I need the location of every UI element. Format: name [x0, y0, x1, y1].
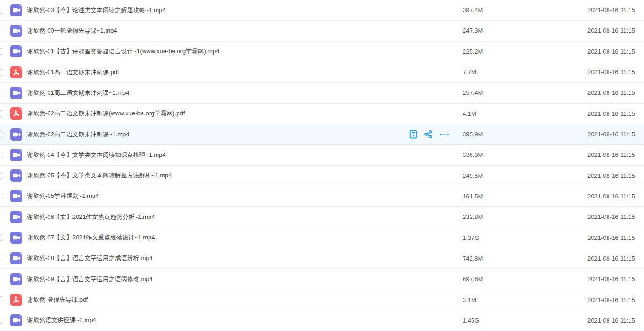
- file-type-icon-slot: [10, 211, 22, 223]
- file-type-icon-slot: [10, 273, 22, 285]
- file-date: 2021-08-16 11:15: [587, 89, 635, 96]
- file-type-icon-slot: [10, 294, 22, 306]
- video-file-icon: [10, 232, 22, 244]
- row-hover-actions: [409, 130, 449, 139]
- file-row[interactable]: 谢欣然-01高二语文期末冲刺课~1.mp4 257.4M 2021-08-16 …: [0, 83, 644, 103]
- pdf-file-icon: [10, 66, 22, 78]
- file-row[interactable]: 谢欣然-01【古】诗歌鉴赏答题语言设计~1(www.xue-ba.org学霸网)…: [0, 42, 644, 62]
- more-actions-button[interactable]: [439, 133, 449, 136]
- row-checkbox[interactable]: [0, 7, 3, 14]
- file-row[interactable]: 谢欣然-04【今】文学类文本阅读知识点梳理~1.mp4 336.3M 2021-…: [0, 145, 644, 165]
- row-checkbox[interactable]: [0, 214, 3, 220]
- file-size: 249.5M: [463, 172, 483, 179]
- file-name[interactable]: 谢欣然-09【言】语言文字运用之语病修改.mp4: [27, 275, 153, 283]
- pdf-file-icon: [10, 107, 22, 120]
- file-type-icon-slot: [10, 232, 22, 244]
- share-icon: [424, 130, 433, 139]
- file-name[interactable]: 谢欣然-05学科规划~1.mp4: [27, 192, 99, 200]
- file-size: 247.3M: [463, 27, 483, 34]
- send-to-device-icon: [409, 130, 417, 139]
- file-row[interactable]: 谢欣然-09【言】语言文字运用之语病修改.mp4 697.6M 2021-08-…: [0, 269, 644, 289]
- file-date: 2021-08-16 11:15: [587, 213, 635, 220]
- file-name[interactable]: 谢欣然-00一轮暑假先导课~1.mp4: [27, 27, 117, 35]
- video-file-icon: [10, 252, 22, 264]
- file-row[interactable]: 谢欣然-05学科规划~1.mp4 161.5M 2021-08-16 11:15: [0, 186, 644, 207]
- file-size: 1.37G: [463, 234, 479, 241]
- file-name[interactable]: 谢欣然语文讲座课~1.mp4: [27, 316, 96, 324]
- row-checkbox[interactable]: [0, 296, 3, 303]
- file-type-icon-slot: [10, 25, 22, 37]
- row-checkbox[interactable]: [0, 193, 3, 199]
- file-row[interactable]: 谢欣然-02高二语文期末冲刺课~1.mp4 395.9M 2021-08-16 …: [0, 124, 644, 145]
- send-to-device-button[interactable]: [409, 130, 417, 139]
- file-type-icon-slot: [10, 252, 22, 264]
- file-date: 2021-08-16 11:15: [587, 151, 635, 158]
- file-row[interactable]: 谢欣然-00一轮暑假先导课~1.mp4 247.3M 2021-08-16 11…: [0, 21, 644, 41]
- pdf-file-icon: [10, 294, 22, 306]
- file-row[interactable]: 谢欣然-07【文】2021作文重点段落设计~1.mp4 1.37G 2021-0…: [0, 227, 644, 248]
- file-type-icon-slot: [10, 128, 22, 141]
- row-checkbox[interactable]: [0, 255, 3, 261]
- row-checkbox[interactable]: [0, 317, 3, 324]
- row-checkbox[interactable]: [0, 172, 3, 179]
- file-size: 742.8M: [463, 255, 483, 262]
- file-name[interactable]: 谢欣然-01高二语文期末冲刺课~1.mp4: [27, 89, 129, 97]
- file-date: 2021-08-16 11:15: [587, 234, 635, 241]
- video-file-icon: [10, 128, 22, 141]
- share-button[interactable]: [424, 130, 433, 139]
- file-date: 2021-08-16 11:15: [587, 255, 635, 262]
- file-type-icon-slot: [10, 190, 22, 202]
- file-row[interactable]: 谢欣然语文讲座课~1.mp4 1.45G 2021-08-16 11:15: [0, 310, 644, 331]
- file-date: 2021-08-16 11:15: [587, 317, 635, 324]
- file-name[interactable]: 谢欣然-05【今】文学类文本阅读解题方法解析~1.mp4: [27, 171, 172, 180]
- file-name[interactable]: 谢欣然-04【今】文学类文本阅读知识点梳理~1.mp4: [27, 151, 166, 159]
- file-type-icon-slot: [10, 149, 22, 161]
- file-size: 395.9M: [463, 131, 483, 138]
- file-name[interactable]: 谢欣然-06【文】2021作文热点趋势分析~1.mp4: [27, 213, 155, 221]
- row-checkbox[interactable]: [0, 131, 3, 138]
- video-file-icon: [10, 273, 22, 285]
- file-name[interactable]: 谢欣然-02高二语文期末冲刺课(www.xue-ba.org学霸网).pdf: [27, 109, 185, 118]
- file-date: 2021-08-16 11:15: [587, 131, 635, 138]
- file-row[interactable]: 谢欣然-03【今】论述类文本阅读之解题攻略~1.mp4 397.4M 2021-…: [0, 0, 644, 21]
- file-size: 225.2M: [463, 48, 483, 55]
- video-file-icon: [10, 169, 22, 182]
- file-size: 336.3M: [463, 151, 483, 158]
- video-file-icon: [10, 45, 22, 57]
- row-checkbox[interactable]: [0, 152, 3, 158]
- row-checkbox[interactable]: [0, 110, 3, 117]
- row-checkbox[interactable]: [0, 90, 3, 96]
- file-row[interactable]: 谢欣然-01高二语文期末冲刺课.pdf 7.7M 2021-08-16 11:1…: [0, 62, 644, 83]
- file-name[interactable]: 谢欣然-03【今】论述类文本阅读之解题攻略~1.mp4: [27, 6, 166, 14]
- video-file-icon: [10, 87, 22, 99]
- file-type-icon-slot: [10, 87, 22, 99]
- file-name[interactable]: 谢欣然-暑假先导课.pdf: [27, 296, 88, 304]
- file-type-icon-slot: [10, 314, 22, 326]
- file-date: 2021-08-16 11:15: [587, 48, 635, 55]
- file-size: 697.6M: [463, 275, 483, 282]
- file-type-icon-slot: [10, 107, 22, 120]
- file-row[interactable]: 谢欣然-02高二语文期末冲刺课(www.xue-ba.org学霸网).pdf 4…: [0, 104, 644, 124]
- row-checkbox[interactable]: [0, 28, 3, 34]
- file-name[interactable]: 谢欣然-01高二语文期末冲刺课.pdf: [27, 68, 119, 77]
- file-name[interactable]: 谢欣然-08【言】语言文字运用之成语辨析.mp4: [27, 254, 153, 262]
- file-row[interactable]: 谢欣然-08【言】语言文字运用之成语辨析.mp4 742.8M 2021-08-…: [0, 248, 644, 269]
- row-checkbox[interactable]: [0, 234, 3, 241]
- file-name[interactable]: 谢欣然-01【古】诗歌鉴赏答题语言设计~1(www.xue-ba.org学霸网)…: [27, 47, 219, 56]
- file-row[interactable]: 谢欣然-暑假先导课.pdf 3.1M 2021-08-16 11:15: [0, 289, 644, 310]
- file-type-icon-slot: [10, 45, 22, 57]
- file-type-icon-slot: [10, 169, 22, 182]
- row-checkbox[interactable]: [0, 48, 3, 55]
- file-size: 3.1M: [463, 296, 476, 303]
- file-row[interactable]: 谢欣然-05【今】文学类文本阅读解题方法解析~1.mp4 249.5M 2021…: [0, 166, 644, 186]
- file-date: 2021-08-16 11:15: [587, 296, 635, 303]
- file-row[interactable]: 谢欣然-06【文】2021作文热点趋势分析~1.mp4 232.8M 2021-…: [0, 207, 644, 227]
- more-icon: [439, 133, 449, 136]
- row-checkbox[interactable]: [0, 276, 3, 282]
- file-name[interactable]: 谢欣然-07【文】2021作文重点段落设计~1.mp4: [27, 233, 155, 242]
- row-checkbox[interactable]: [0, 69, 3, 76]
- file-name[interactable]: 谢欣然-02高二语文期末冲刺课~1.mp4: [27, 130, 129, 139]
- video-file-icon: [10, 314, 22, 326]
- file-date: 2021-08-16 11:15: [587, 110, 635, 117]
- file-date: 2021-08-16 11:15: [587, 7, 635, 14]
